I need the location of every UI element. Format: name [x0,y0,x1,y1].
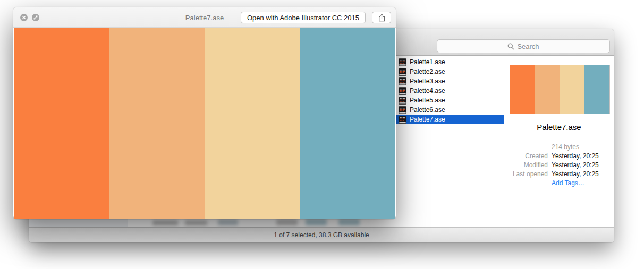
status-bar: 1 of 7 selected, 38.3 GB available [29,227,614,242]
palette-color-swatch [510,65,535,114]
metadata-value: Yesterday, 20:25 [552,171,614,178]
quicklook-titlebar: Palette7.ase Open with Adobe Illustrator… [13,7,396,28]
ase-file-icon [399,116,406,124]
open-with-label: Open with Adobe Illustrator CC 2015 [247,14,359,22]
ase-file-icon [399,106,406,114]
quicklook-window: Palette7.ase Open with Adobe Illustrator… [13,7,396,219]
palette-color-swatch [560,65,585,114]
palette-color-swatch [205,28,300,219]
file-name-label: Palette2.ase [410,68,445,75]
metadata-grid: 214 bytesCreatedYesterday, 20:25Modified… [504,144,614,187]
file-name-label: Palette5.ase [410,97,445,104]
ase-file-icon [399,58,406,66]
share-button[interactable] [372,12,391,23]
file-name-label: Palette3.ase [410,77,445,85]
ase-file-icon [399,87,406,95]
palette-color-swatch [109,28,205,219]
file-name-label: Palette1.ase [410,58,445,66]
palette-color-swatch [584,65,609,114]
blurred-icon [185,220,207,225]
palette-color-swatch [14,28,109,219]
blurred-icon [338,219,360,225]
status-text: 1 of 7 selected, 38.3 GB available [274,231,369,239]
fullscreen-button[interactable] [32,14,39,21]
file-name-label: Palette6.ase [410,106,445,114]
ase-file-icon [399,68,406,76]
file-size-value: 214 bytes [552,144,614,151]
metadata-value: Yesterday, 20:25 [552,153,614,160]
metadata-label: Last opened [504,171,548,178]
share-icon [378,14,385,22]
metadata-label [504,144,548,151]
metadata-label: Created [504,153,548,160]
quicklook-palette [14,28,395,219]
palette-color-swatch [300,28,396,219]
quicklook-actions: Open with Adobe Illustrator CC 2015 [241,12,391,23]
metadata-label [504,180,548,187]
search-icon [507,43,514,50]
file-name-label: Palette4.ase [410,87,445,94]
preview-filename: Palette7.ase [504,123,614,132]
blurred-icon [218,219,238,225]
metadata-label: Modified [504,162,548,169]
blurred-icon [152,220,178,225]
close-button[interactable] [20,14,28,21]
search-placeholder: Search [517,42,539,50]
ase-file-icon [399,97,406,105]
desktop: Search Palette1.asePalette2.asePalette3.… [0,0,644,269]
blurred-icon [306,219,327,225]
search-input[interactable]: Search [437,39,610,53]
ase-file-icon [399,77,406,85]
open-with-button[interactable]: Open with Adobe Illustrator CC 2015 [241,12,366,23]
preview-pane: Palette7.ase 214 bytesCreatedYesterday, … [504,56,614,227]
add-tags-link[interactable]: Add Tags… [552,180,614,187]
blurred-icon [276,219,298,225]
metadata-value: Yesterday, 20:25 [552,162,614,169]
palette-color-swatch [535,65,560,114]
file-name-label: Palette7.ase [410,116,445,123]
preview-thumbnail [510,65,610,114]
